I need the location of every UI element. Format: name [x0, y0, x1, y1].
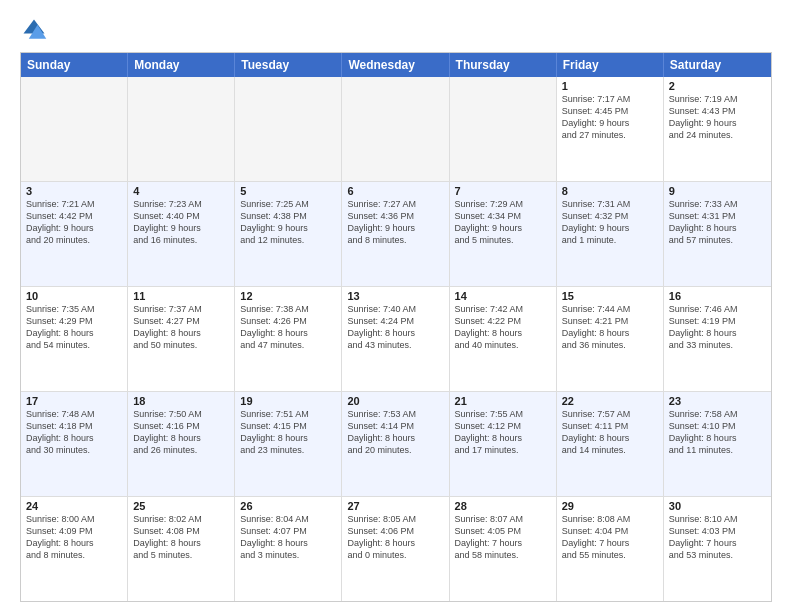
day-info: Sunrise: 8:08 AM Sunset: 4:04 PM Dayligh… [562, 513, 658, 562]
day-info: Sunrise: 7:53 AM Sunset: 4:14 PM Dayligh… [347, 408, 443, 457]
day-number: 5 [240, 185, 336, 197]
day-info: Sunrise: 7:51 AM Sunset: 4:15 PM Dayligh… [240, 408, 336, 457]
calendar-row: 10Sunrise: 7:35 AM Sunset: 4:29 PM Dayli… [21, 287, 771, 392]
day-number: 23 [669, 395, 766, 407]
day-number: 20 [347, 395, 443, 407]
day-number: 27 [347, 500, 443, 512]
day-cell-18: 18Sunrise: 7:50 AM Sunset: 4:16 PM Dayli… [128, 392, 235, 496]
day-number: 3 [26, 185, 122, 197]
day-info: Sunrise: 7:50 AM Sunset: 4:16 PM Dayligh… [133, 408, 229, 457]
day-cell-27: 27Sunrise: 8:05 AM Sunset: 4:06 PM Dayli… [342, 497, 449, 601]
day-number: 22 [562, 395, 658, 407]
day-number: 30 [669, 500, 766, 512]
header-day-friday: Friday [557, 53, 664, 77]
day-cell-3: 3Sunrise: 7:21 AM Sunset: 4:42 PM Daylig… [21, 182, 128, 286]
calendar-body: 1Sunrise: 7:17 AM Sunset: 4:45 PM Daylig… [21, 77, 771, 601]
day-number: 17 [26, 395, 122, 407]
day-number: 6 [347, 185, 443, 197]
header-day-sunday: Sunday [21, 53, 128, 77]
day-number: 29 [562, 500, 658, 512]
day-cell-10: 10Sunrise: 7:35 AM Sunset: 4:29 PM Dayli… [21, 287, 128, 391]
empty-cell [21, 77, 128, 181]
empty-cell [450, 77, 557, 181]
calendar-row: 3Sunrise: 7:21 AM Sunset: 4:42 PM Daylig… [21, 182, 771, 287]
day-info: Sunrise: 7:33 AM Sunset: 4:31 PM Dayligh… [669, 198, 766, 247]
day-number: 13 [347, 290, 443, 302]
day-cell-8: 8Sunrise: 7:31 AM Sunset: 4:32 PM Daylig… [557, 182, 664, 286]
day-cell-7: 7Sunrise: 7:29 AM Sunset: 4:34 PM Daylig… [450, 182, 557, 286]
day-number: 14 [455, 290, 551, 302]
day-info: Sunrise: 8:02 AM Sunset: 4:08 PM Dayligh… [133, 513, 229, 562]
day-info: Sunrise: 7:27 AM Sunset: 4:36 PM Dayligh… [347, 198, 443, 247]
day-info: Sunrise: 7:44 AM Sunset: 4:21 PM Dayligh… [562, 303, 658, 352]
day-number: 25 [133, 500, 229, 512]
day-cell-2: 2Sunrise: 7:19 AM Sunset: 4:43 PM Daylig… [664, 77, 771, 181]
calendar-row: 17Sunrise: 7:48 AM Sunset: 4:18 PM Dayli… [21, 392, 771, 497]
header-day-saturday: Saturday [664, 53, 771, 77]
logo-icon [20, 16, 48, 44]
header-day-wednesday: Wednesday [342, 53, 449, 77]
day-info: Sunrise: 8:04 AM Sunset: 4:07 PM Dayligh… [240, 513, 336, 562]
day-cell-23: 23Sunrise: 7:58 AM Sunset: 4:10 PM Dayli… [664, 392, 771, 496]
day-number: 10 [26, 290, 122, 302]
day-number: 16 [669, 290, 766, 302]
day-cell-28: 28Sunrise: 8:07 AM Sunset: 4:05 PM Dayli… [450, 497, 557, 601]
header [20, 16, 772, 44]
day-cell-15: 15Sunrise: 7:44 AM Sunset: 4:21 PM Dayli… [557, 287, 664, 391]
calendar-row: 1Sunrise: 7:17 AM Sunset: 4:45 PM Daylig… [21, 77, 771, 182]
day-number: 21 [455, 395, 551, 407]
day-cell-12: 12Sunrise: 7:38 AM Sunset: 4:26 PM Dayli… [235, 287, 342, 391]
day-cell-4: 4Sunrise: 7:23 AM Sunset: 4:40 PM Daylig… [128, 182, 235, 286]
day-cell-26: 26Sunrise: 8:04 AM Sunset: 4:07 PM Dayli… [235, 497, 342, 601]
day-info: Sunrise: 8:10 AM Sunset: 4:03 PM Dayligh… [669, 513, 766, 562]
day-number: 19 [240, 395, 336, 407]
header-day-thursday: Thursday [450, 53, 557, 77]
day-number: 1 [562, 80, 658, 92]
day-cell-5: 5Sunrise: 7:25 AM Sunset: 4:38 PM Daylig… [235, 182, 342, 286]
header-day-monday: Monday [128, 53, 235, 77]
day-info: Sunrise: 7:29 AM Sunset: 4:34 PM Dayligh… [455, 198, 551, 247]
day-info: Sunrise: 7:55 AM Sunset: 4:12 PM Dayligh… [455, 408, 551, 457]
calendar-header: SundayMondayTuesdayWednesdayThursdayFrid… [21, 53, 771, 77]
day-number: 8 [562, 185, 658, 197]
day-number: 26 [240, 500, 336, 512]
day-number: 7 [455, 185, 551, 197]
day-info: Sunrise: 7:48 AM Sunset: 4:18 PM Dayligh… [26, 408, 122, 457]
calendar-row: 24Sunrise: 8:00 AM Sunset: 4:09 PM Dayli… [21, 497, 771, 601]
day-cell-30: 30Sunrise: 8:10 AM Sunset: 4:03 PM Dayli… [664, 497, 771, 601]
day-info: Sunrise: 7:25 AM Sunset: 4:38 PM Dayligh… [240, 198, 336, 247]
calendar: SundayMondayTuesdayWednesdayThursdayFrid… [20, 52, 772, 602]
day-info: Sunrise: 7:23 AM Sunset: 4:40 PM Dayligh… [133, 198, 229, 247]
day-info: Sunrise: 7:57 AM Sunset: 4:11 PM Dayligh… [562, 408, 658, 457]
day-info: Sunrise: 7:35 AM Sunset: 4:29 PM Dayligh… [26, 303, 122, 352]
day-info: Sunrise: 7:38 AM Sunset: 4:26 PM Dayligh… [240, 303, 336, 352]
empty-cell [235, 77, 342, 181]
day-number: 9 [669, 185, 766, 197]
day-cell-25: 25Sunrise: 8:02 AM Sunset: 4:08 PM Dayli… [128, 497, 235, 601]
day-info: Sunrise: 8:05 AM Sunset: 4:06 PM Dayligh… [347, 513, 443, 562]
day-number: 28 [455, 500, 551, 512]
day-number: 12 [240, 290, 336, 302]
day-info: Sunrise: 7:19 AM Sunset: 4:43 PM Dayligh… [669, 93, 766, 142]
day-cell-1: 1Sunrise: 7:17 AM Sunset: 4:45 PM Daylig… [557, 77, 664, 181]
day-cell-29: 29Sunrise: 8:08 AM Sunset: 4:04 PM Dayli… [557, 497, 664, 601]
day-info: Sunrise: 8:07 AM Sunset: 4:05 PM Dayligh… [455, 513, 551, 562]
day-cell-13: 13Sunrise: 7:40 AM Sunset: 4:24 PM Dayli… [342, 287, 449, 391]
empty-cell [342, 77, 449, 181]
day-number: 18 [133, 395, 229, 407]
day-cell-14: 14Sunrise: 7:42 AM Sunset: 4:22 PM Dayli… [450, 287, 557, 391]
day-info: Sunrise: 7:37 AM Sunset: 4:27 PM Dayligh… [133, 303, 229, 352]
day-cell-11: 11Sunrise: 7:37 AM Sunset: 4:27 PM Dayli… [128, 287, 235, 391]
page: SundayMondayTuesdayWednesdayThursdayFrid… [0, 0, 792, 612]
logo [20, 16, 52, 44]
day-cell-19: 19Sunrise: 7:51 AM Sunset: 4:15 PM Dayli… [235, 392, 342, 496]
day-info: Sunrise: 7:42 AM Sunset: 4:22 PM Dayligh… [455, 303, 551, 352]
day-info: Sunrise: 7:31 AM Sunset: 4:32 PM Dayligh… [562, 198, 658, 247]
day-info: Sunrise: 7:46 AM Sunset: 4:19 PM Dayligh… [669, 303, 766, 352]
day-cell-6: 6Sunrise: 7:27 AM Sunset: 4:36 PM Daylig… [342, 182, 449, 286]
day-number: 15 [562, 290, 658, 302]
day-cell-16: 16Sunrise: 7:46 AM Sunset: 4:19 PM Dayli… [664, 287, 771, 391]
day-number: 24 [26, 500, 122, 512]
day-number: 11 [133, 290, 229, 302]
day-cell-17: 17Sunrise: 7:48 AM Sunset: 4:18 PM Dayli… [21, 392, 128, 496]
